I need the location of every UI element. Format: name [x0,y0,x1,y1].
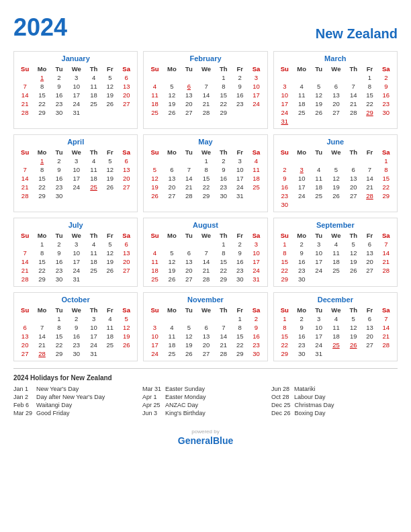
weekday-header: Fr [102,64,118,73]
country-label: New Zealand [316,26,398,42]
cal-day: 4 [85,73,101,82]
cal-day: 18 [146,99,163,108]
cal-day: 15 [232,332,248,341]
cal-day: 1 [33,157,51,165]
cal-day: 22 [33,99,51,108]
cal-day: 7 [378,240,394,249]
cal-day: 23 [232,99,248,108]
cal-day: 8 [216,82,232,91]
cal-day [163,240,181,249]
cal-day: 19 [181,341,197,349]
cal-day: 15 [216,257,232,266]
cal-day: 7 [361,165,377,174]
weekday-header: Mo [163,306,181,314]
holiday-date: Jan 1 [13,386,32,392]
weekday-header: Fr [361,64,377,73]
cal-day: 13 [181,91,197,99]
cal-day: 6 [118,157,134,165]
holiday-item: Mar 29Good Friday [13,410,140,416]
cal-day [197,314,215,323]
cal-day: 24 [248,99,264,108]
weekday-header: We [67,231,85,240]
weekday-header: Su [17,231,33,240]
cal-day: 31 [277,117,293,126]
weekday-header: Tu [51,64,67,73]
cal-day: 31 [232,191,248,200]
weekday-header: Sa [248,64,264,73]
cal-day: 26 [345,341,361,349]
cal-day [146,73,163,82]
cal-day: 24 [67,99,85,108]
cal-day [163,73,181,82]
cal-day: 16 [216,174,232,183]
weekday-header: Su [17,64,33,73]
cal-day [361,200,377,209]
cal-day [293,157,311,165]
cal-day: 4 [327,314,345,323]
cal-day: 15 [33,91,51,99]
cal-day: 27 [118,99,134,108]
cal-day: 22 [51,341,67,349]
cal-day: 14 [378,249,394,257]
cal-day: 9 [248,323,264,332]
holiday-date: Apr 1 [142,394,161,400]
cal-day: 1 [277,314,293,323]
cal-day: 23 [248,341,264,349]
weekday-header: Fr [102,231,118,240]
cal-day: 21 [17,99,33,108]
cal-day: 13 [163,174,181,183]
cal-day: 6 [163,165,181,174]
weekday-header: Su [277,148,293,157]
cal-day: 1 [277,240,293,249]
cal-day: 8 [33,249,51,257]
holiday-name: Matariki [294,386,316,392]
cal-day: 26 [310,108,326,117]
cal-day [327,200,345,209]
cal-day: 10 [85,323,101,332]
month-title: July [17,221,134,229]
cal-table: SuMoTuWeThFrSa12345678910111213141516171… [17,231,134,283]
cal-day: 9 [51,165,67,174]
cal-day [17,240,33,249]
cal-day: 4 [85,240,101,249]
cal-day: 13 [327,91,345,99]
cal-day: 23 [232,266,248,275]
cal-day: 18 [327,257,345,266]
cal-day: 25 [85,183,101,191]
month-title: September [277,221,394,229]
cal-day: 11 [146,91,163,99]
weekday-header: Tu [51,306,67,314]
cal-day [146,314,163,323]
cal-day: 3 [248,240,264,249]
cal-day: 7 [33,323,51,332]
weekday-header: Mo [163,148,181,157]
cal-day: 20 [118,257,134,266]
cal-day: 19 [327,183,345,191]
weekday-header: Tu [181,231,197,240]
cal-day: 22 [33,183,51,191]
weekday-header: Tu [310,306,326,314]
cal-day [378,275,394,283]
cal-day: 23 [293,341,311,349]
cal-day: 7 [378,314,394,323]
year-label: 2024 [13,13,67,42]
cal-day: 9 [378,82,394,91]
cal-day: 21 [378,257,394,266]
holidays-title: 2024 Holidays for New Zealand [13,374,398,382]
cal-day [378,349,394,358]
cal-day [118,191,134,200]
cal-day: 7 [216,323,232,332]
cal-day: 6 [327,82,345,91]
cal-day: 28 [17,108,33,117]
weekday-header: Fr [102,306,118,314]
cal-day: 21 [17,183,33,191]
cal-day [17,73,33,82]
cal-day: 21 [361,183,377,191]
cal-day: 7 [181,165,197,174]
weekday-header: Sa [118,231,134,240]
weekday-header: Sa [378,148,394,157]
weekday-header: Sa [248,306,264,314]
cal-day: 28 [181,191,197,200]
cal-day: 13 [361,249,377,257]
cal-day: 28 [197,275,215,283]
